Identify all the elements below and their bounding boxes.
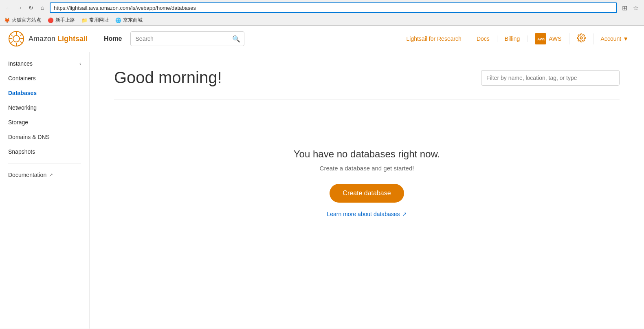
- sidebar-item-storage[interactable]: Storage: [0, 115, 89, 130]
- documentation-label: Documentation: [8, 172, 46, 178]
- nav-aws[interactable]: AWS AWS: [528, 33, 569, 44]
- main-content-area: Good morning! You have no databases righ…: [90, 52, 644, 329]
- collapse-icon: ‹: [79, 61, 81, 66]
- sidebar-item-label: Instances: [8, 60, 33, 67]
- bookmark-label: 常用网址: [89, 17, 109, 24]
- learn-more-label: Learn more about databases: [327, 211, 400, 217]
- empty-subtitle: Create a database and get started!: [320, 165, 414, 172]
- sidebar-item-instances[interactable]: Instances ‹: [0, 56, 89, 71]
- svg-line-6: [10, 34, 13, 36]
- lightsail-logo-icon: [8, 31, 24, 47]
- empty-state: You have no databases right now. Create …: [114, 124, 620, 242]
- home-button[interactable]: ⌂: [38, 4, 46, 12]
- bookmark-common[interactable]: 📁 常用网址: [81, 17, 109, 24]
- sidebar-item-documentation[interactable]: Documentation ↗: [0, 168, 89, 182]
- bookmark-icon[interactable]: ☆: [632, 4, 640, 12]
- main-content: Good morning! You have no databases righ…: [90, 52, 644, 329]
- sidebar: Instances ‹ Containers Databases Network…: [0, 52, 90, 329]
- address-bar[interactable]: [50, 2, 617, 13]
- svg-point-1: [13, 35, 20, 42]
- sidebar-divider: [8, 163, 81, 163]
- browser-chrome: ← → ↻ ⌂ ⊞ ☆ 🦊 火狐官方站点 🔴 新手上路 📁 常用网址 🌐 京东商…: [0, 0, 644, 26]
- browser-toolbar: ← → ↻ ⌂ ⊞ ☆: [0, 0, 644, 15]
- logo: Amazon Lightsail: [8, 31, 88, 47]
- app: Amazon Lightsail Home 🔍 Lightsail for Re…: [0, 26, 644, 329]
- bookmark-label: 火狐官方站点: [12, 17, 41, 24]
- qr-icon[interactable]: ⊞: [620, 4, 629, 12]
- sidebar-item-snapshots[interactable]: Snapshots: [0, 144, 89, 159]
- create-database-button[interactable]: Create database: [330, 184, 404, 203]
- aws-logo-icon: AWS: [536, 34, 545, 43]
- account-label: Account: [601, 35, 622, 42]
- sidebar-item-label: Storage: [8, 119, 28, 126]
- sidebar-item-containers[interactable]: Containers: [0, 71, 89, 86]
- learn-more-external-icon: ↗: [402, 211, 407, 217]
- bookmark-icon-jd: 🌐: [115, 18, 121, 23]
- sidebar-item-label: Containers: [8, 75, 36, 82]
- sidebar-item-domains[interactable]: Domains & DNS: [0, 130, 89, 144]
- app-header: Amazon Lightsail Home 🔍 Lightsail for Re…: [0, 26, 644, 52]
- sidebar-item-databases[interactable]: Databases: [0, 86, 89, 100]
- sidebar-item-label: Snapshots: [8, 148, 35, 155]
- empty-title: You have no databases right now.: [294, 148, 440, 160]
- search-input[interactable]: [130, 31, 244, 46]
- gear-icon: [577, 33, 586, 42]
- bookmark-icon-common: 📁: [81, 18, 88, 23]
- bookmark-firefox[interactable]: 🦊 火狐官方站点: [4, 17, 41, 24]
- svg-line-9: [10, 41, 13, 44]
- bookmark-label: 京东商城: [123, 17, 143, 24]
- external-link-icon: ↗: [49, 172, 53, 178]
- nav-billing[interactable]: Billing: [497, 35, 528, 42]
- nav-home[interactable]: Home: [104, 35, 122, 42]
- svg-point-12: [580, 37, 582, 39]
- forward-button[interactable]: →: [15, 4, 24, 12]
- learn-more-link[interactable]: Learn more about databases ↗: [327, 211, 407, 217]
- logo-text: Amazon Lightsail: [29, 35, 88, 43]
- svg-line-8: [20, 34, 22, 36]
- nav-account[interactable]: Account ▼: [593, 35, 636, 42]
- greeting-text: Good morning!: [114, 68, 222, 87]
- filter-input[interactable]: [481, 70, 620, 86]
- refresh-button[interactable]: ↻: [27, 4, 35, 12]
- content-divider: [114, 99, 620, 99]
- sidebar-item-label: Databases: [8, 90, 37, 96]
- bookmark-icon-firefox: 🦊: [4, 18, 10, 23]
- account-chevron-icon: ▼: [623, 35, 629, 42]
- sidebar-item-networking[interactable]: Networking: [0, 100, 89, 115]
- nav-docs[interactable]: Docs: [469, 35, 497, 42]
- bookmark-label: 新手上路: [55, 17, 75, 24]
- nav-settings[interactable]: [569, 33, 593, 44]
- header-nav: Lightsail for Research Docs Billing AWS …: [399, 33, 636, 44]
- sidebar-item-label: Networking: [8, 104, 37, 111]
- aws-label: AWS: [549, 35, 561, 42]
- page-header: Good morning!: [114, 68, 620, 87]
- back-button[interactable]: ←: [4, 4, 12, 12]
- app-layout: Instances ‹ Containers Databases Network…: [0, 52, 644, 329]
- bookmark-icon-newuser: 🔴: [48, 18, 54, 23]
- bookmark-jd[interactable]: 🌐 京东商城: [115, 17, 143, 24]
- svg-line-7: [20, 41, 22, 44]
- search-icon: 🔍: [232, 35, 240, 43]
- sidebar-item-label: Domains & DNS: [8, 134, 50, 140]
- nav-research[interactable]: Lightsail for Research: [399, 35, 469, 42]
- bookmarks-bar: 🦊 火狐官方站点 🔴 新手上路 📁 常用网址 🌐 京东商城: [0, 15, 644, 25]
- aws-logo-box: AWS: [535, 33, 546, 44]
- header-search: 🔍: [130, 31, 244, 46]
- bookmark-newuser[interactable]: 🔴 新手上路: [48, 17, 75, 24]
- svg-text:AWS: AWS: [537, 37, 545, 41]
